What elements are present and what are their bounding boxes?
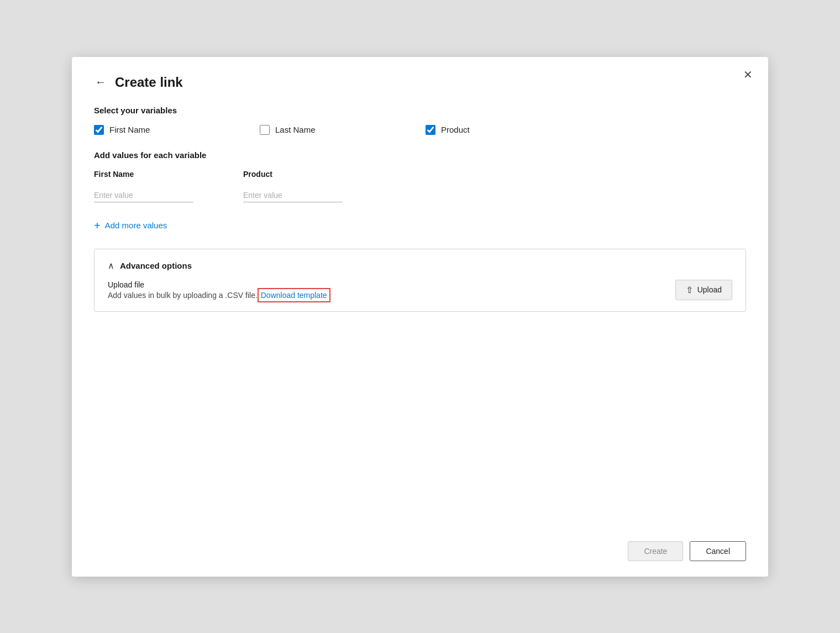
dialog-title: Create link bbox=[115, 75, 183, 90]
checkbox-item-last-name: Last Name bbox=[260, 125, 426, 135]
back-arrow-icon: ← bbox=[95, 76, 106, 88]
advanced-title: Advanced options bbox=[120, 261, 192, 270]
dialog-footer: Create Cancel bbox=[94, 524, 746, 561]
close-icon: ✕ bbox=[743, 68, 753, 81]
value-column-product: Product bbox=[243, 170, 359, 202]
close-button[interactable]: ✕ bbox=[743, 68, 753, 81]
upload-row: Upload file Add values in bulk by upload… bbox=[108, 280, 732, 300]
values-section-label: Add values for each variable bbox=[94, 150, 746, 160]
upload-desc-text: Add values in bulk by uploading a .CSV f… bbox=[108, 291, 258, 300]
values-columns: First Name Product bbox=[94, 170, 746, 202]
checkboxes-row: First Name Last Name Product bbox=[94, 125, 746, 135]
checkbox-item-product: Product bbox=[426, 125, 591, 135]
col-label-first-name: First Name bbox=[94, 170, 210, 179]
create-button[interactable]: Create bbox=[628, 541, 683, 561]
checkbox-label-first-name: First Name bbox=[109, 125, 150, 134]
add-more-values-button[interactable]: + Add more values bbox=[94, 220, 746, 231]
upload-file-label: Upload file bbox=[108, 280, 328, 289]
create-link-dialog: ✕ ← Create link Select your variables Fi… bbox=[72, 57, 768, 577]
checkbox-item-first-name: First Name bbox=[94, 125, 260, 135]
variables-section-label: Select your variables bbox=[94, 106, 746, 115]
upload-arrow-icon: ⇧ bbox=[686, 285, 693, 295]
checkbox-product[interactable] bbox=[426, 125, 435, 135]
value-column-first-name: First Name bbox=[94, 170, 210, 202]
upload-button[interactable]: ⇧ Upload bbox=[675, 280, 732, 300]
plus-icon: + bbox=[94, 220, 101, 231]
advanced-header: ∧ Advanced options bbox=[108, 260, 732, 271]
chevron-up-icon: ∧ bbox=[108, 260, 114, 271]
checkbox-label-product: Product bbox=[441, 125, 470, 134]
advanced-section: ∧ Advanced options Upload file Add value… bbox=[94, 249, 746, 312]
advanced-section-wrapper: ∧ Advanced options Upload file Add value… bbox=[94, 249, 746, 312]
upload-button-label: Upload bbox=[697, 285, 722, 294]
values-section: Add values for each variable First Name … bbox=[94, 150, 746, 202]
col-label-product: Product bbox=[243, 170, 359, 179]
checkbox-label-last-name: Last Name bbox=[275, 125, 316, 134]
add-more-label: Add more values bbox=[105, 221, 167, 230]
dialog-header: ← Create link bbox=[94, 75, 746, 90]
download-template-link[interactable]: Download template bbox=[260, 290, 328, 300]
first-name-input[interactable] bbox=[94, 189, 193, 202]
product-input[interactable] bbox=[243, 189, 343, 202]
checkbox-first-name[interactable] bbox=[94, 125, 104, 135]
variables-section: Select your variables First Name Last Na… bbox=[94, 106, 746, 135]
checkbox-last-name[interactable] bbox=[260, 125, 270, 135]
upload-text: Upload file Add values in bulk by upload… bbox=[108, 280, 328, 300]
back-button[interactable]: ← bbox=[94, 75, 107, 90]
upload-description: Add values in bulk by uploading a .CSV f… bbox=[108, 291, 328, 300]
cancel-button[interactable]: Cancel bbox=[690, 541, 746, 561]
